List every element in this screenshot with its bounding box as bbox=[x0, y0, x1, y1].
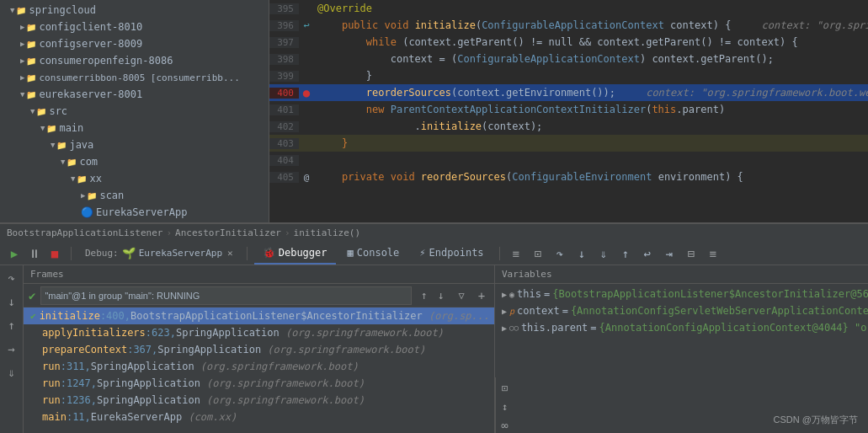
eval-btn[interactable]: ⇥ bbox=[660, 244, 679, 263]
var-expand-this: ▶ bbox=[502, 290, 507, 299]
tree-item-eurekaserver[interactable]: ▼ 📁 eurekaserver-8001 bbox=[0, 86, 269, 103]
frame-pkg-1: (org.springframework.boot) bbox=[280, 327, 444, 339]
frame-item-3[interactable]: run :311, SpringApplication (org.springf… bbox=[24, 358, 494, 375]
frame-item-0[interactable]: ✔ initialize :400, BootstrapApplicationL… bbox=[24, 307, 494, 324]
tab-console[interactable]: ▦ Console bbox=[339, 243, 408, 265]
line-content-397: while (context.getParent() != null && co… bbox=[314, 36, 798, 48]
var-item-parent[interactable]: ▶ ○○ this.parent = {AnnotationConfigAppl… bbox=[495, 319, 868, 336]
tree-label-11: xx bbox=[89, 173, 101, 184]
frame-class-5: SpringApplication bbox=[97, 394, 200, 406]
tree-item-consumeropenfeign[interactable]: ▶ 📁 consumeropenfeign-8086 bbox=[0, 52, 269, 69]
gutter-400: ● bbox=[299, 86, 314, 99]
tree-label-10: com bbox=[79, 156, 98, 168]
var-item-this[interactable]: ▶ ◉ this = {BootstrapApplicationListener… bbox=[495, 286, 868, 302]
tree-item-main[interactable]: ▼ 📁 main bbox=[0, 120, 269, 136]
code-line-400: 400 ● reorderSources(context.getEnvironm… bbox=[269, 84, 868, 101]
tree-item-com[interactable]: ▼ 📁 com bbox=[0, 153, 269, 170]
code-line-405: 405 @ private void reorderSources(Config… bbox=[269, 168, 868, 185]
frame-pkg-6: (com.xx) bbox=[182, 411, 237, 423]
filter-btn[interactable]: ▽ bbox=[454, 288, 469, 303]
side-icon-1[interactable]: ⊡ bbox=[498, 381, 513, 396]
watermark: CSDN @万物皆字节 bbox=[774, 414, 858, 426]
folder-icon-10: 📁 bbox=[67, 158, 77, 167]
frame-method-5: run bbox=[42, 394, 61, 406]
breadcrumb-item-3[interactable]: initialize() bbox=[294, 227, 360, 238]
run-cursor-btn[interactable]: ↩ bbox=[638, 244, 657, 263]
folder-icon-8: 📁 bbox=[46, 124, 56, 133]
frame-item-4[interactable]: run :1247, SpringApplication (org.spring… bbox=[24, 375, 494, 392]
step-over-side-btn[interactable]: ↷ bbox=[3, 269, 21, 287]
frame-item-5[interactable]: run :1236, SpringApplication (org.spring… bbox=[24, 392, 494, 409]
tree-item-eurekaserverapp[interactable]: 🔵 EurekaServerApp bbox=[0, 204, 269, 221]
debug-side-toolbar: ↷ ↓ ↑ → ⇓ bbox=[0, 265, 24, 433]
step-out-btn[interactable]: ↑ bbox=[616, 244, 635, 263]
code-line-401: 401 new ParentContextApplicationContextI… bbox=[269, 101, 868, 118]
java-file-icon: 🔵 bbox=[81, 206, 93, 218]
code-line-404: 404 bbox=[269, 152, 868, 168]
frame-line-6: :11, bbox=[67, 411, 91, 423]
debug-tabbar: ▶ ⏸ ■ Debug: 🌱 EurekaServerApp ✕ 🐞 Debug… bbox=[0, 242, 868, 265]
side-icon-2[interactable]: ↕ bbox=[498, 399, 513, 414]
breadcrumb-sep-2: › bbox=[285, 227, 290, 238]
step-over-btn[interactable]: ↷ bbox=[551, 244, 569, 263]
frame-item-6[interactable]: main :11, EurekaServerApp (com.xx) bbox=[24, 409, 494, 425]
run-to-cursor-side-btn[interactable]: → bbox=[3, 339, 21, 358]
tab-endpoints[interactable]: ⚡ Endpoints bbox=[411, 243, 492, 265]
step-into-btn[interactable]: ↓ bbox=[572, 244, 591, 263]
pause-button[interactable]: ⏸ bbox=[25, 244, 44, 263]
step-out-side-btn[interactable]: ↑ bbox=[3, 316, 21, 334]
tree-item-java[interactable]: ▼ 📁 java bbox=[0, 136, 269, 153]
tree-item-scan[interactable]: ▶ 📁 scan bbox=[0, 187, 269, 204]
tree-item-src[interactable]: ▼ 📁 src bbox=[0, 103, 269, 120]
frames-btn[interactable]: ⊟ bbox=[682, 244, 700, 263]
side-icon-3[interactable]: ∞ bbox=[498, 418, 513, 433]
tree-item-configclient[interactable]: ▶ 📁 configclient-8010 bbox=[0, 19, 269, 35]
folder-icon: 📁 bbox=[16, 6, 26, 15]
add-frame-btn[interactable]: + bbox=[474, 288, 489, 303]
var-name-context: context bbox=[517, 305, 560, 317]
tab-debugger[interactable]: 🐞 Debugger bbox=[254, 243, 336, 265]
breadcrumb-item-2[interactable]: AncestorInitializer bbox=[175, 227, 281, 238]
frame-item-2[interactable]: prepareContext :367, SpringApplication (… bbox=[24, 341, 494, 358]
variables-btn[interactable]: ≡ bbox=[704, 244, 722, 263]
expand-arrow-2: ▶ bbox=[20, 23, 24, 31]
toolbar-sep-2 bbox=[247, 247, 248, 260]
tree-item-xx[interactable]: ▼ 📁 xx bbox=[0, 170, 269, 187]
app-close[interactable]: ✕ bbox=[227, 248, 233, 259]
var-item-context[interactable]: ▶ p context = {AnnotationConfigServletWe… bbox=[495, 302, 868, 319]
var-val-this: {BootstrapApplicationListener$AncestorIn… bbox=[552, 288, 868, 300]
settings-btn[interactable]: ≡ bbox=[507, 244, 525, 263]
expand-arrow-6: ▼ bbox=[20, 90, 24, 99]
breadcrumb: BootstrapApplicationListener › AncestorI… bbox=[0, 223, 868, 242]
line-num-397: 397 bbox=[269, 37, 299, 48]
folder-icon-3: 📁 bbox=[26, 40, 36, 49]
frame-item-1[interactable]: applyInitializers :623, SpringApplicatio… bbox=[24, 324, 494, 341]
expand-arrow-4: ▶ bbox=[20, 56, 24, 65]
step-into-side-btn[interactable]: ↓ bbox=[3, 292, 21, 311]
tree-item-consumerribbon[interactable]: ▶ 📁 consumerribbon-8005 [consumerribb... bbox=[0, 69, 269, 86]
line-content-405: private void reorderSources(Configurable… bbox=[314, 171, 743, 183]
tree-label-7: src bbox=[49, 105, 67, 117]
restore-btn[interactable]: ⊡ bbox=[529, 244, 547, 263]
breadcrumb-item-1[interactable]: BootstrapApplicationListener bbox=[7, 227, 162, 238]
code-line-396: 396 ↩ public void initialize(Configurabl… bbox=[269, 17, 868, 34]
force-step-btn[interactable]: ⇓ bbox=[594, 244, 613, 263]
frame-list: ✔ initialize :400, BootstrapApplicationL… bbox=[24, 307, 494, 433]
p-icon: p bbox=[509, 307, 514, 316]
line-content-395: @Override bbox=[314, 3, 372, 14]
expand-arrow-12: ▶ bbox=[81, 191, 85, 200]
thread-select[interactable]: "main"@1 in group "main": RUNNING bbox=[40, 286, 412, 305]
tree-item-springcloud[interactable]: ▼ 📁 springcloud bbox=[0, 2, 269, 19]
var-val-context: {AnnotationConfigServletWebServerApplica… bbox=[571, 305, 868, 317]
thread-down-btn[interactable]: ↓ bbox=[434, 288, 449, 303]
tree-item-configserver[interactable]: ▶ 📁 configserver-8009 bbox=[0, 35, 269, 52]
resume-button[interactable]: ▶ bbox=[5, 244, 24, 263]
line-num-395: 395 bbox=[269, 3, 299, 14]
debug-left-toolbar: ▶ ⏸ ■ bbox=[5, 244, 64, 263]
force-step-side-btn[interactable]: ⇓ bbox=[3, 363, 21, 382]
line-content-399: } bbox=[314, 70, 372, 82]
toolbar-sep-1 bbox=[71, 247, 72, 260]
stop-button[interactable]: ■ bbox=[45, 244, 64, 263]
thread-up-btn[interactable]: ↑ bbox=[417, 288, 432, 303]
folder-icon-12: 📁 bbox=[87, 191, 97, 200]
